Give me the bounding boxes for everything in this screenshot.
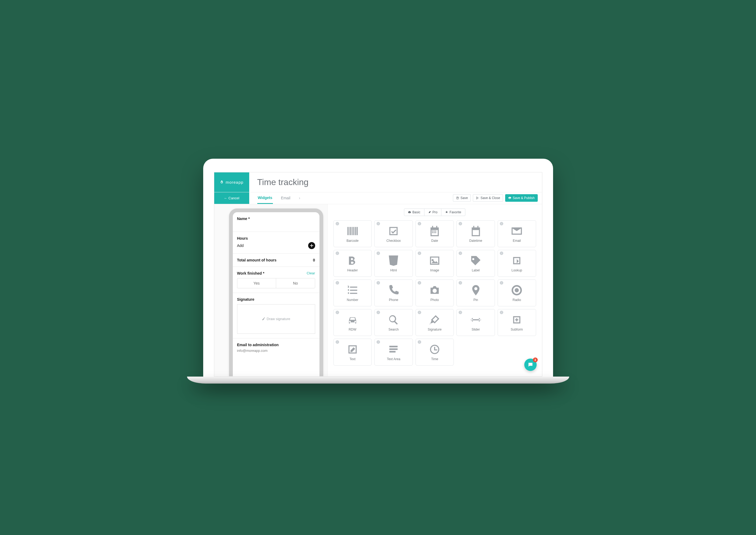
- info-icon[interactable]: i: [418, 340, 421, 344]
- info-icon[interactable]: i: [335, 251, 339, 255]
- info-icon[interactable]: i: [418, 311, 421, 314]
- option-no[interactable]: No: [276, 278, 315, 288]
- add-hours-button[interactable]: [308, 242, 315, 249]
- email-icon: [510, 225, 523, 237]
- hours-label: Hours: [237, 236, 315, 240]
- cancel-button[interactable]: ← Cancel: [214, 192, 249, 204]
- info-icon[interactable]: i: [418, 281, 421, 285]
- widget-text[interactable]: iText: [334, 339, 372, 366]
- widget-textarea[interactable]: iText Area: [374, 339, 413, 366]
- widget-image[interactable]: iImage: [416, 250, 454, 277]
- tab-next-chevron[interactable]: ›: [299, 193, 301, 203]
- rdw-icon: [346, 314, 359, 326]
- widget-photo[interactable]: iPhoto: [416, 279, 454, 306]
- info-icon[interactable]: i: [500, 251, 503, 255]
- total-label: Total amount of hours: [237, 258, 277, 262]
- widget-label: Time: [431, 357, 438, 361]
- info-icon[interactable]: i: [335, 281, 339, 285]
- finished-label: Work finished *: [237, 271, 265, 275]
- widget-header[interactable]: iHeader: [334, 250, 372, 277]
- widget-label: Email: [513, 239, 521, 242]
- info-icon[interactable]: i: [500, 281, 503, 285]
- info-icon[interactable]: i: [377, 251, 380, 255]
- phone-icon: [387, 284, 400, 296]
- widget-label: Date: [431, 239, 438, 242]
- widget-label: Checkbox: [387, 239, 401, 242]
- info-icon[interactable]: i: [459, 222, 462, 225]
- info-icon[interactable]: i: [459, 281, 462, 285]
- clear-button[interactable]: Clear: [306, 271, 315, 275]
- info-icon[interactable]: i: [459, 251, 462, 255]
- info-icon[interactable]: i: [500, 311, 503, 314]
- widget-label: Barcode: [346, 239, 359, 242]
- filter-basic[interactable]: Basic: [404, 209, 424, 216]
- field-name[interactable]: Name *: [233, 212, 319, 232]
- widget-search[interactable]: iSearch: [374, 309, 413, 336]
- widget-datetime[interactable]: iDatetime: [456, 220, 495, 247]
- search-icon: [387, 314, 400, 326]
- save-publish-button[interactable]: Save & Publish: [505, 194, 538, 202]
- save-button[interactable]: Save: [453, 194, 471, 202]
- field-work-finished: Work finished * Clear Yes No: [233, 267, 319, 293]
- widget-label: Radio: [513, 298, 521, 302]
- field-hours: Hours Add: [233, 232, 319, 254]
- info-icon[interactable]: i: [500, 222, 503, 225]
- label-icon: [470, 254, 482, 267]
- widget-lookup[interactable]: iLookup: [498, 250, 536, 277]
- info-icon[interactable]: i: [418, 251, 421, 255]
- info-icon[interactable]: i: [418, 222, 421, 225]
- widget-label: Search: [388, 327, 398, 331]
- signature-label: Signature: [237, 297, 315, 301]
- page-title: Time tracking: [249, 172, 542, 192]
- filter-pro[interactable]: Pro: [424, 209, 442, 216]
- save-close-button[interactable]: Save & Close: [473, 194, 503, 202]
- widget-label[interactable]: iLabel: [456, 250, 495, 277]
- info-icon[interactable]: i: [335, 311, 339, 314]
- widget-label: Slider: [472, 327, 480, 331]
- gauge-icon: [408, 211, 411, 213]
- chat-badge: 3: [533, 357, 538, 362]
- widget-slider[interactable]: iSlider: [456, 309, 495, 336]
- chat-fab[interactable]: 3: [524, 358, 537, 371]
- header-icon: [346, 254, 359, 267]
- info-icon[interactable]: i: [377, 340, 380, 344]
- info-icon[interactable]: i: [335, 340, 339, 344]
- info-icon[interactable]: i: [377, 222, 380, 225]
- widget-phone[interactable]: iPhone: [374, 279, 413, 306]
- widget-subform[interactable]: iSubform: [498, 309, 536, 336]
- widget-label: Number: [347, 298, 358, 302]
- brand-text: moreapp: [225, 180, 243, 184]
- field-signature: Signature Draw signature: [233, 293, 319, 338]
- barcode-icon: [346, 225, 359, 237]
- info-icon[interactable]: i: [377, 281, 380, 285]
- brand-logo[interactable]: moreapp: [214, 172, 249, 192]
- info-icon[interactable]: i: [335, 222, 339, 225]
- email-admin-value: info@moreapp.com: [237, 349, 315, 352]
- field-email-admin[interactable]: Email to administration info@moreapp.com: [233, 338, 319, 357]
- leaf-icon: [219, 180, 224, 184]
- widget-radio[interactable]: iRadio: [498, 279, 536, 306]
- widget-date[interactable]: iDate: [416, 220, 454, 247]
- widget-checkbox[interactable]: iCheckbox: [374, 220, 413, 247]
- signature-pad[interactable]: Draw signature: [237, 304, 315, 334]
- widget-number[interactable]: iNumber: [334, 279, 372, 306]
- tab-widgets[interactable]: Widgets: [257, 192, 273, 204]
- info-icon[interactable]: i: [377, 311, 380, 314]
- edit-icon: [262, 317, 265, 321]
- photo-icon: [428, 284, 441, 296]
- widget-html[interactable]: iHtml: [374, 250, 413, 277]
- widget-time[interactable]: iTime: [416, 339, 454, 366]
- widget-pin[interactable]: iPin: [456, 279, 495, 306]
- widget-signature[interactable]: iSignature: [416, 309, 454, 336]
- info-icon[interactable]: i: [459, 311, 462, 314]
- datetime-icon: [470, 225, 482, 237]
- star-icon: [445, 211, 448, 213]
- widget-rdw[interactable]: iRDW: [334, 309, 372, 336]
- tab-email[interactable]: Email: [280, 193, 291, 203]
- widget-email[interactable]: iEmail: [498, 220, 536, 247]
- widget-barcode[interactable]: iBarcode: [334, 220, 372, 247]
- option-yes[interactable]: Yes: [237, 278, 276, 288]
- radio-icon: [510, 284, 523, 296]
- filter-favorite[interactable]: Favorite: [441, 209, 465, 216]
- widget-label: Image: [430, 268, 439, 272]
